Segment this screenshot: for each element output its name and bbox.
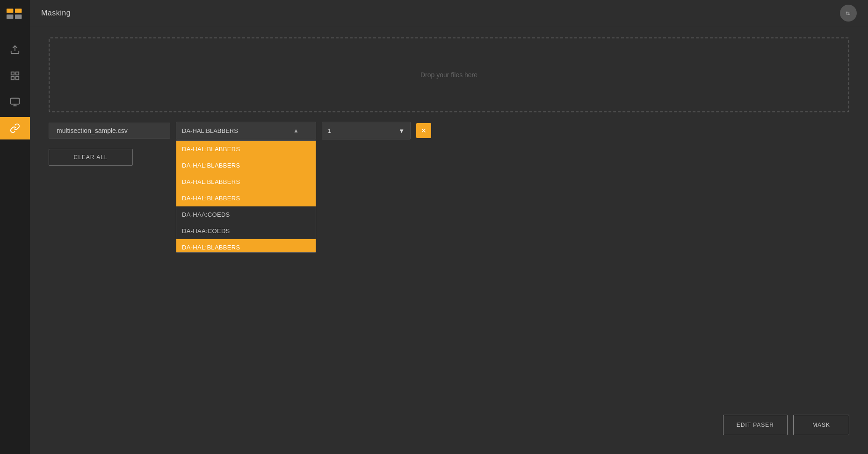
sidebar-nav xyxy=(0,38,30,139)
mask-button[interactable]: MASK xyxy=(793,415,849,435)
svg-rect-1 xyxy=(15,9,22,13)
option-dropdown-wrapper: DA-HAL:BLABBERS ▲ DA-HAL:BLABBERS DA-HAL… xyxy=(176,122,316,139)
svg-rect-0 xyxy=(7,9,13,13)
main-content: Masking tu Drop your files here multisec… xyxy=(30,0,868,454)
dropdown-item[interactable]: DA-HAA:COEDS xyxy=(176,223,316,239)
link-icon xyxy=(10,123,20,133)
monitor-icon xyxy=(10,97,20,107)
sidebar-item-monitor[interactable] xyxy=(0,91,30,113)
edit-paser-button[interactable]: EDIT PASER xyxy=(723,415,788,435)
svg-rect-5 xyxy=(11,72,14,75)
svg-rect-9 xyxy=(11,98,19,104)
dropdown-item[interactable]: DA-HAL:BLABBERS xyxy=(176,190,316,206)
chevron-down-icon: ▼ xyxy=(398,127,405,134)
upload-icon xyxy=(10,44,20,55)
page-title: Masking xyxy=(41,9,71,17)
clear-all-button[interactable]: CLEAR ALL xyxy=(49,149,133,166)
file-drop-zone[interactable]: Drop your files here xyxy=(49,37,849,112)
number-value: 1 xyxy=(328,127,331,134)
dropdown-menu: DA-HAL:BLABBERS DA-HAL:BLABBERS DA-HAL:B… xyxy=(176,140,316,253)
file-name-display: multisection_sample.csv xyxy=(49,123,170,139)
svg-rect-3 xyxy=(15,15,22,19)
dropdown-item[interactable]: DA-HAL:BLABBERS xyxy=(176,174,316,190)
delete-row-button[interactable]: ✕ xyxy=(416,123,431,138)
dropdown-item[interactable]: DA-HAA:COEDS xyxy=(176,206,316,223)
svg-rect-6 xyxy=(16,72,19,75)
sidebar-item-upload[interactable] xyxy=(0,38,30,61)
bottom-actions: EDIT PASER MASK xyxy=(723,415,849,435)
dropdown-selected-value: DA-HAL:BLABBERS xyxy=(182,127,238,134)
sidebar xyxy=(0,0,30,454)
drop-zone-label: Drop your files here xyxy=(420,71,477,79)
app-logo xyxy=(6,6,24,24)
svg-rect-2 xyxy=(7,15,13,19)
file-row: multisection_sample.csv DA-HAL:BLABBERS … xyxy=(49,122,849,139)
number-select[interactable]: 1 ▼ xyxy=(322,122,411,139)
dropdown-item[interactable]: DA-HAL:BLABBERS xyxy=(176,141,316,157)
content-area: Drop your files here multisection_sample… xyxy=(30,26,868,454)
dropdown-item[interactable]: DA-HAL:BLABBERS xyxy=(176,239,316,253)
svg-rect-7 xyxy=(11,77,14,80)
sidebar-item-grid[interactable] xyxy=(0,65,30,87)
close-icon: ✕ xyxy=(421,127,427,134)
header: Masking tu xyxy=(30,0,868,26)
option-dropdown[interactable]: DA-HAL:BLABBERS ▲ xyxy=(176,122,316,139)
dropdown-item[interactable]: DA-HAL:BLABBERS xyxy=(176,157,316,174)
chevron-up-icon: ▲ xyxy=(293,127,299,134)
svg-rect-8 xyxy=(16,77,19,80)
sidebar-item-link[interactable] xyxy=(0,117,30,139)
grid-icon xyxy=(10,71,20,81)
user-avatar[interactable]: tu xyxy=(840,5,857,22)
